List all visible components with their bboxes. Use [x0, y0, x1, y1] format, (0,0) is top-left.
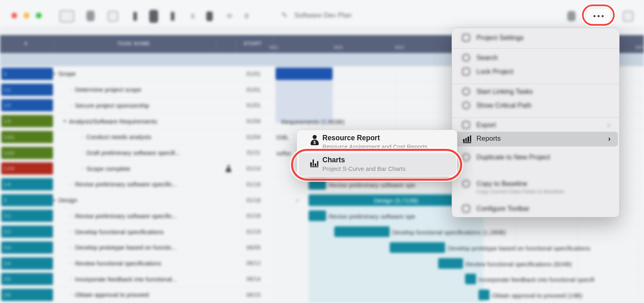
- gantt-label-requirements: Requirements (1,603B): [281, 118, 344, 125]
- window-zoom-button[interactable]: [36, 13, 42, 18]
- table-row[interactable]: 2.4 Review functional specifications 06/…: [0, 256, 273, 272]
- add-task-button[interactable]: [149, 10, 158, 23]
- task-start-date: 01/01: [236, 82, 271, 97]
- reports-icon: [463, 135, 471, 143]
- view-switch-button[interactable]: [60, 10, 74, 22]
- table-row[interactable]: 1.3 Analysis/Software Requirements 01/04: [0, 113, 273, 129]
- task-name: Conduct needs analysis: [82, 129, 151, 145]
- search-icon: [462, 54, 470, 62]
- export-icon: [462, 121, 470, 129]
- task-name: Scope complete: [82, 161, 130, 176]
- document-title: Software Dev Plan: [294, 11, 352, 20]
- undo-button[interactable]: [191, 13, 195, 19]
- assignee-person-icon: [226, 165, 231, 172]
- task-name: Analysis/Software Requirements: [64, 113, 157, 129]
- task-id-chip: 1.3.2: [1, 147, 53, 159]
- project-menu: Project Settings Search Lock Project Sta…: [452, 28, 620, 217]
- delete-task-button[interactable]: [206, 11, 213, 21]
- table-row[interactable]: 2 Design 01/18: [0, 192, 273, 208]
- menu-item-export[interactable]: Export ›: [452, 120, 619, 131]
- table-row[interactable]: 1 Scope 01/01: [0, 66, 273, 82]
- column-header-task-name: TASK NAME: [117, 41, 150, 46]
- task-name: Determine project scope: [70, 82, 141, 97]
- menu-item-duplicate-to-new-project[interactable]: Duplicate to New Project: [452, 153, 619, 163]
- task-name: Revise preliminary software specific...: [70, 177, 177, 192]
- task-id-chip: 2.6: [1, 289, 53, 301]
- toolbar: ✎ Software Dev Plan: [0, 0, 644, 27]
- gantt-bar-task[interactable]: [479, 290, 490, 300]
- task-id-chip: 1.4: [1, 178, 53, 190]
- menu-item-start-linking-tasks[interactable]: Start Linking Tasks: [452, 87, 619, 97]
- lock-icon: [462, 68, 470, 75]
- task-start-date: 06/14: [236, 271, 271, 287]
- calendar-button[interactable]: [108, 11, 118, 22]
- task-id-chip: 2.3: [1, 241, 53, 254]
- table-row[interactable]: 2.5 Incorporate feedback into functional…: [0, 271, 273, 287]
- task-start-date: 01/11: [236, 145, 271, 161]
- table-row[interactable]: 1.3.1 Conduct needs analysis 01/04: [0, 129, 273, 145]
- menu-item-lock-project[interactable]: Lock Project: [452, 67, 619, 77]
- task-start-date: 01/18: [236, 177, 271, 192]
- task-start-date: 01/19: [236, 224, 271, 239]
- menu-item-copy-to-baseline[interactable]: Copy to Baseline Copy Current Data Field…: [452, 179, 619, 190]
- task-id-chip: 2.4: [1, 257, 53, 270]
- task-start-date: 01/18: [236, 192, 271, 208]
- task-name: Secure project sponsorship: [70, 97, 149, 113]
- task-name: Develop functional specifications: [70, 224, 164, 239]
- resource-report-icon: $: [310, 135, 319, 146]
- gantt-bar-task[interactable]: [334, 226, 390, 237]
- task-start-date: 01/04: [236, 113, 271, 129]
- zoom-button[interactable]: [245, 13, 249, 19]
- redo-button[interactable]: [227, 14, 232, 18]
- gantt-label-fragment: softw: [276, 150, 291, 157]
- critical-path-icon: [462, 102, 470, 109]
- menu-item-project-settings[interactable]: Project Settings: [452, 33, 619, 44]
- gantt-bar-label: Review functional specifications (824B): [465, 261, 572, 268]
- table-row[interactable]: 1.4 Revise preliminary software specific…: [0, 177, 273, 192]
- indent-button[interactable]: [171, 12, 174, 21]
- menu-item-reports[interactable]: Reports ›: [454, 132, 618, 146]
- table-row[interactable]: 1.3.2 Draft preliminary software specifi…: [0, 145, 273, 161]
- task-start-date: 06/05: [236, 240, 271, 255]
- project-settings-icon: [462, 34, 470, 42]
- edit-mode-button[interactable]: [567, 11, 576, 21]
- window-minimize-button[interactable]: [24, 13, 29, 18]
- task-name: Review functional specifications: [70, 256, 161, 271]
- table-row[interactable]: 1.2 Secure project sponsorship 01/01: [0, 97, 273, 113]
- gantt-bar-task[interactable]: [438, 258, 463, 269]
- week-label: W01: [269, 45, 279, 50]
- task-id-chip: 1.3: [1, 115, 53, 127]
- gantt-bar-task[interactable]: [390, 242, 445, 253]
- table-row[interactable]: 1.3.3 Scope complete 01/14: [0, 161, 273, 177]
- task-name: Develop prototype based on functio...: [70, 240, 176, 255]
- menu-item-show-critical-path[interactable]: Show Critical Path: [452, 101, 619, 111]
- side-panel-button[interactable]: [623, 11, 633, 22]
- gantt-bar-label: Obtain approval to proceed (19B): [492, 292, 582, 299]
- menu-item-configure-toolbar[interactable]: Configure Toolbar: [452, 204, 619, 215]
- gantt-bar-scope[interactable]: [276, 68, 333, 80]
- table-row[interactable]: 2.1 Revise preliminary software specific…: [0, 208, 273, 224]
- outdent-button[interactable]: [133, 12, 137, 21]
- table-row[interactable]: 2.3 Develop prototype based on functio..…: [0, 240, 273, 256]
- task-id-chip: 2.1: [1, 210, 53, 222]
- gantt-bar-label: Incorporate feedback into functional spe…: [479, 276, 594, 283]
- task-start-date: 01/01: [236, 66, 271, 82]
- task-id-chip: 1.2: [1, 99, 53, 111]
- task-name: Design: [53, 192, 77, 208]
- resources-button[interactable]: [86, 11, 95, 21]
- table-row[interactable]: 2.2 Develop functional specifications 01…: [0, 224, 273, 240]
- task-start-date: 06/12: [236, 256, 271, 271]
- task-table: 1 Scope 01/01 1.1 Determine project scop…: [0, 66, 273, 303]
- column-header-id: #: [24, 41, 28, 46]
- window-close-button[interactable]: [11, 13, 17, 18]
- gantt-bar-task[interactable]: [465, 274, 476, 284]
- menu-item-search[interactable]: Search: [452, 53, 619, 64]
- table-row[interactable]: 2.6 Obtain approval to proceed 06/15: [0, 287, 273, 303]
- table-row[interactable]: 1.1 Determine project scope 01/01: [0, 82, 273, 98]
- gantt-bar-task[interactable]: [309, 210, 326, 221]
- link-tasks-icon: [462, 88, 470, 95]
- task-name: Scope: [53, 66, 76, 82]
- task-id-chip: 1.3.3: [1, 162, 53, 175]
- collapse-marker[interactable]: +: [296, 197, 299, 203]
- task-name: Revise preliminary software specific...: [70, 208, 177, 223]
